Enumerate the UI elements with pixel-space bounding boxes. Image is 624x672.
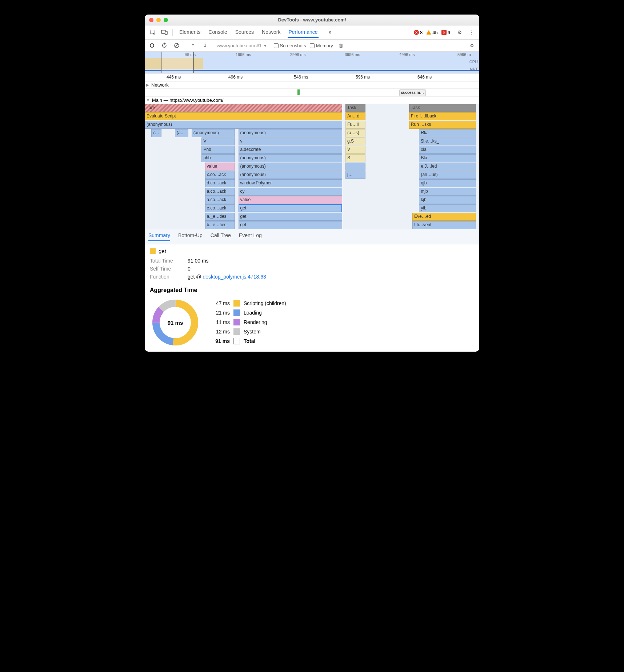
- flame-bar[interactable]: a.co…ack: [205, 188, 235, 196]
- perf-toolbar: ↥ ↧ www.youtube.com #1 ▾ Screenshots Mem…: [145, 40, 479, 52]
- flame-bar[interactable]: Phb: [201, 146, 235, 154]
- time-ruler[interactable]: 446 ms 496 ms 546 ms 596 ms 646 ms: [145, 73, 479, 81]
- flame-bar[interactable]: [345, 163, 365, 171]
- dtab-calltree[interactable]: Call Tree: [211, 232, 231, 241]
- viewport-selection[interactable]: [161, 52, 194, 73]
- flame-bar[interactable]: V: [201, 137, 235, 145]
- device-toggle-icon[interactable]: [159, 27, 169, 37]
- ruler-tick: 646 ms: [417, 75, 432, 80]
- flame-bar[interactable]: Fire I…llback: [409, 112, 476, 120]
- network-lane[interactable]: success.m…: [145, 89, 479, 97]
- net-request-bar[interactable]: [297, 89, 300, 95]
- flame-bar[interactable]: value: [239, 196, 342, 204]
- flame-bar[interactable]: Bla: [419, 154, 476, 162]
- flame-bar[interactable]: v: [239, 137, 342, 145]
- net-request-chip[interactable]: success.m…: [399, 89, 426, 96]
- reload-record-icon[interactable]: [160, 41, 169, 50]
- flame-bar[interactable]: e.co…ack: [205, 204, 235, 212]
- clear-icon[interactable]: [172, 41, 181, 50]
- warnings-badge[interactable]: 45: [426, 30, 437, 35]
- flame-bar[interactable]: Fu…ll: [345, 121, 365, 129]
- dtab-eventlog[interactable]: Event Log: [239, 232, 262, 241]
- blocked-badge[interactable]: ✕6: [441, 30, 450, 35]
- kebab-menu-icon[interactable]: ⋮: [466, 27, 476, 37]
- flame-bar[interactable]: xla: [419, 146, 476, 154]
- flame-bar[interactable]: Task: [345, 104, 365, 112]
- flame-bar[interactable]: (anonymous): [239, 129, 342, 137]
- flame-bar[interactable]: yib: [419, 204, 476, 212]
- gc-icon[interactable]: 🗑: [337, 41, 345, 50]
- function-link[interactable]: desktop_polymer.js:4718:63: [203, 274, 266, 280]
- flame-bar[interactable]: (anonymous): [239, 154, 342, 162]
- titlebar[interactable]: DevTools - www.youtube.com/: [145, 15, 479, 25]
- flame-bar[interactable]: (…: [151, 129, 161, 137]
- target-select[interactable]: www.youtube.com #1 ▾: [217, 43, 267, 48]
- inspect-icon[interactable]: [148, 27, 158, 37]
- flame-bar[interactable]: get: [239, 221, 342, 229]
- overview-minimap[interactable]: 96 ms 1996 ms 2996 ms 3996 ms 4996 ms 59…: [145, 52, 479, 73]
- net-activity: [145, 70, 479, 71]
- tab-network[interactable]: Network: [261, 27, 281, 38]
- flame-bar[interactable]: An…d: [345, 112, 365, 120]
- memory-checkbox[interactable]: Memory: [310, 43, 333, 48]
- upload-icon[interactable]: ↥: [188, 41, 197, 50]
- dtab-summary[interactable]: Summary: [148, 232, 170, 241]
- minimize-icon[interactable]: [156, 18, 161, 22]
- flame-bar[interactable]: (anonymous): [192, 129, 235, 137]
- errors-badge[interactable]: ✕8: [414, 30, 423, 35]
- tab-performance[interactable]: Performance: [288, 27, 318, 38]
- flame-bar[interactable]: window.Polymer: [239, 179, 342, 187]
- flame-bar[interactable]: Evaluate Script: [145, 112, 342, 120]
- flame-chart[interactable]: TaskTaskTaskEvaluate ScriptAn…dFire I…ll…: [145, 104, 479, 229]
- more-tabs-icon[interactable]: »: [325, 27, 335, 37]
- flame-bar[interactable]: g.S: [345, 137, 365, 145]
- flame-bar[interactable]: a.co…ack: [205, 196, 235, 204]
- flame-bar[interactable]: (anonymous): [145, 121, 342, 129]
- flame-bar[interactable]: $i.e…ks_: [419, 137, 476, 145]
- network-track-header[interactable]: ▶Network: [145, 81, 479, 89]
- flame-bar[interactable]: Run …sks: [409, 121, 476, 129]
- close-icon[interactable]: [149, 18, 153, 22]
- flame-bar[interactable]: value: [205, 163, 235, 171]
- flame-bar[interactable]: (a…s): [345, 129, 365, 137]
- flame-bar[interactable]: mjb: [419, 188, 476, 196]
- download-icon[interactable]: ↧: [201, 41, 209, 50]
- flame-bar[interactable]: S: [345, 154, 365, 162]
- flame-bar[interactable]: x.co…ack: [205, 171, 235, 179]
- flame-bar[interactable]: a._e…ties: [205, 213, 235, 221]
- flame-bar[interactable]: f.fi…vent: [412, 221, 476, 229]
- flame-bar[interactable]: qjb: [419, 179, 476, 187]
- flame-bar[interactable]: kjb: [419, 196, 476, 204]
- flame-bar[interactable]: phb: [201, 154, 235, 162]
- window-title: DevTools - www.youtube.com/: [145, 17, 479, 23]
- tab-sources[interactable]: Sources: [235, 27, 255, 38]
- dtab-bottomup[interactable]: Bottom-Up: [178, 232, 203, 241]
- record-icon[interactable]: [148, 41, 156, 50]
- flame-bar[interactable]: (anonymous): [239, 171, 342, 179]
- flame-bar[interactable]: a.decorate: [239, 146, 342, 154]
- flame-bar[interactable]: (a…s): [175, 129, 188, 137]
- capture-settings-icon[interactable]: ⚙: [468, 41, 476, 50]
- flame-bar[interactable]: (anonymous): [239, 163, 342, 171]
- settings-icon[interactable]: ⚙: [455, 27, 465, 37]
- flame-bar[interactable]: Task: [145, 104, 342, 112]
- flame-bar[interactable]: V: [345, 146, 365, 154]
- tab-console[interactable]: Console: [208, 27, 228, 38]
- flame-bar[interactable]: (an…us): [419, 171, 476, 179]
- function-value: get @ desktop_polymer.js:4718:63: [188, 274, 266, 280]
- flame-bar[interactable]: j…: [345, 171, 365, 179]
- flame-bar[interactable]: d.co…ack: [205, 179, 235, 187]
- legend-swatch: [233, 328, 240, 335]
- flame-bar[interactable]: e.J…led: [419, 163, 476, 171]
- flame-bar[interactable]: get: [239, 213, 342, 221]
- flame-bar[interactable]: Task: [409, 104, 476, 112]
- flame-bar[interactable]: Rka: [419, 129, 476, 137]
- main-track-header[interactable]: ▼Main — https://www.youtube.com/: [145, 97, 479, 104]
- maximize-icon[interactable]: [164, 18, 168, 22]
- flame-bar[interactable]: get: [239, 204, 342, 212]
- flame-bar[interactable]: Eve…ed: [412, 213, 476, 221]
- screenshots-checkbox[interactable]: Screenshots: [274, 43, 306, 48]
- flame-bar[interactable]: b._e…ties: [205, 221, 235, 229]
- tab-elements[interactable]: Elements: [179, 27, 201, 38]
- flame-bar[interactable]: cy: [239, 188, 342, 196]
